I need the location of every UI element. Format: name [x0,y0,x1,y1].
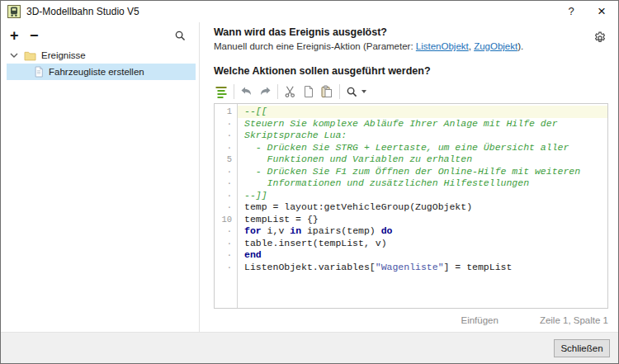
code-token: temp = layout:getVehicleGroup(ZugObjekt) [244,201,472,212]
code-text: --]] [238,190,607,202]
app-train-icon [7,5,21,18]
code-text: - Drücken Sie STRG + Leertaste, um eine … [238,142,607,154]
code-line[interactable]: ·for i,v in ipairs(temp) do [215,225,607,238]
code-text: - Drücken Sie F1 zum Öffnen der Online-H… [238,166,607,178]
code-text: Funktionen und Variablen zu erhalten [238,154,607,166]
line-number: · [215,238,238,250]
code-token: ListenObjekt.variables[ [244,262,376,272]
code-line[interactable]: ·table.insert(tempList, v) [215,238,607,250]
cut-button[interactable] [281,83,300,101]
line-number: · [215,190,238,202]
editor-search-button[interactable] [343,83,369,101]
cursor-position-status: Zeile 1, Spalte 1 [540,315,608,325]
close-window-button[interactable]: × [590,2,613,21]
folder-icon [24,50,36,61]
close-dialog-button[interactable]: Schließen [554,339,610,357]
code-line[interactable]: · - Drücken Sie STRG + Leertaste, um ein… [215,142,607,154]
line-number: · [215,142,238,154]
dialog-footer: Schließen [1,332,618,363]
trigger-heading: Wann wird das Ereignis ausgelöst? [214,26,387,38]
code-line[interactable]: 5 Funktionen und Variablen zu erhalten [215,154,607,166]
code-token: ipairs(temp) [301,225,381,236]
toolbar-separator [339,84,340,99]
line-number: 1 [215,106,238,118]
line-number: · [215,262,238,274]
code-token: "Wagenliste" [376,262,444,272]
code-lines: 1--[[·Steuern Sie komplexe Abläufe Ihrer… [215,106,607,273]
insert-mode-status: Einfügen [461,315,498,325]
line-number: · [215,249,238,262]
chevron-down-icon [10,53,18,58]
code-line[interactable]: ·Steuern Sie komplexe Abläufe Ihrer Anla… [215,118,607,130]
code-token: in [290,225,301,236]
settings-button[interactable] [593,31,607,45]
line-number: 10 [215,214,238,226]
listenobjekt-link[interactable]: ListenObjekt [416,41,469,51]
tree-folder-ereignisse[interactable]: Ereignisse [1,47,196,64]
code-token: Steuern Sie komplexe Abläufe Ihrer Anlag… [244,118,558,129]
undo-button[interactable] [238,83,256,101]
code-line[interactable]: ·ListenObjekt.variables["Wagenliste"] = … [215,262,607,274]
trigger-description-suffix: ). [517,41,523,51]
code-token: table.insert(tempList, v) [244,238,387,248]
paste-button[interactable] [318,83,336,101]
window-title: 3D-Modellbahn Studio V5 [26,6,139,17]
remove-event-button[interactable]: − [30,27,39,44]
code-token: do [381,225,393,236]
line-number: · [215,130,238,142]
title-bar: 3D-Modellbahn Studio V5 ? × [1,1,618,22]
code-text: Skriptsprache Lua: [238,130,607,142]
code-token: end [244,249,262,260]
undo-icon [240,85,253,98]
document-icon [34,66,44,78]
format-code-icon [215,85,228,98]
code-line[interactable]: ·temp = layout:getVehicleGroup(ZugObjekt… [215,201,607,214]
code-line[interactable]: ·end [215,249,607,262]
trigger-description-prefix: Manuell durch eine Ereignis-Aktion (Para… [214,41,416,51]
line-number: · [215,166,238,178]
code-line[interactable]: · Informationen und zusätzlichen Hilfest… [215,177,607,190]
actions-heading: Welche Aktionen sollen ausgeführt werden… [214,65,431,77]
code-token: Funktionen und Variablen zu erhalten [244,154,472,164]
copy-button[interactable] [300,83,318,101]
code-token: ] = tempList [444,262,513,272]
line-number: · [215,201,238,214]
event-detail-panel: Wann wird das Ereignis ausgelöst? Manuel… [200,22,618,332]
tree-item-label: Fahrzeugliste erstellen [49,67,144,77]
code-token: --[[ [244,106,267,116]
code-line[interactable]: ·Skriptsprache Lua: [215,130,607,142]
event-tree: Ereignisse Fahrzeugliste erstellen [1,47,196,80]
line-number: · [215,225,238,238]
code-line[interactable]: · - Drücken Sie F1 zum Öffnen der Online… [215,166,607,178]
code-text: ListenObjekt.variables["Wagenliste"] = t… [238,262,607,274]
code-text: end [238,249,607,262]
code-token: - Drücken Sie F1 zum Öffnen der Online-H… [244,166,580,177]
gear-icon [593,31,607,45]
code-token: i,v [262,225,291,236]
sidebar-search-button[interactable] [174,30,187,42]
sidebar: + − Ereignisse [1,22,200,332]
editor-toolbar [212,82,369,102]
code-text: temp = layout:getVehicleGroup(ZugObjekt) [238,201,607,214]
code-token: --]] [244,190,267,201]
lua-code-editor[interactable]: 1--[[·Steuern Sie komplexe Abläufe Ihrer… [214,103,608,309]
line-number: 5 [215,154,238,166]
zugobjekt-link[interactable]: ZugObjekt [474,41,517,51]
code-token: - Drücken Sie STRG + Leertaste, um eine … [244,142,569,153]
paste-clipboard-icon [320,85,333,98]
code-token: Informationen und zusätzlichen Hilfestel… [244,177,529,188]
code-line[interactable]: ·--]] [215,190,607,202]
help-button[interactable]: ? [560,2,583,21]
code-text: for i,v in ipairs(temp) do [238,225,607,238]
code-text: Steuern Sie komplexe Abläufe Ihrer Anlag… [238,118,607,130]
code-line[interactable]: 1--[[ [215,106,607,118]
code-line[interactable]: 10tempList = {} [215,214,607,226]
format-code-button[interactable] [212,83,230,101]
tree-item-fahrzeugliste[interactable]: Fahrzeugliste erstellen [7,64,196,80]
code-token: for [244,225,262,236]
search-icon [346,86,358,98]
redo-button[interactable] [256,83,274,101]
scissors-icon [284,85,297,98]
redo-icon [258,85,272,98]
add-event-button[interactable]: + [10,27,19,44]
